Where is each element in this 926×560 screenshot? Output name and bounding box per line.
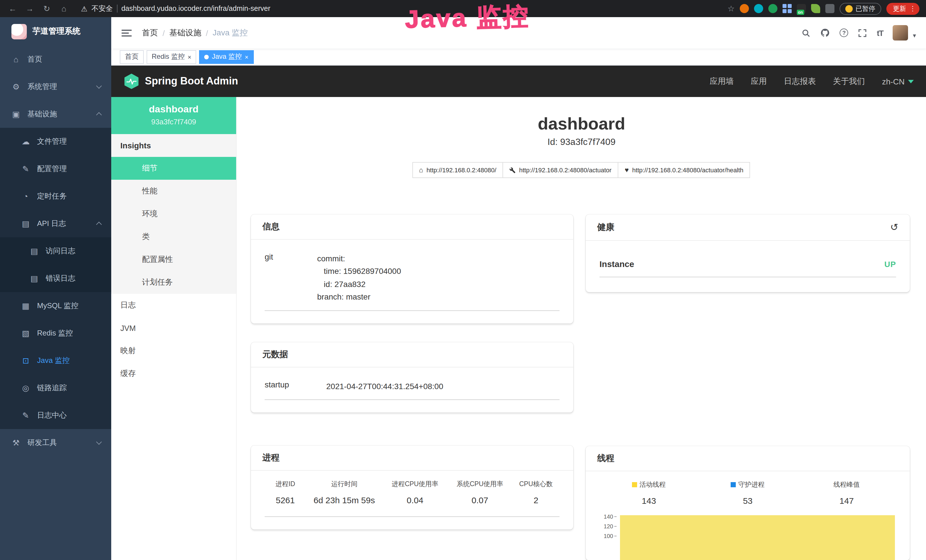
hamburger-icon[interactable]	[121, 29, 132, 36]
screen: ← → ↻ ⌂ ⚠ 不安全 dashboard.yudao.iocoder.cn…	[0, 0, 926, 560]
close-icon[interactable]: ×	[245, 53, 248, 60]
metadata-key: startup	[265, 380, 326, 392]
stat-uptime: 运行时间 6d 23h 15m 59s	[306, 480, 383, 505]
extension-icon-orange[interactable]	[740, 4, 749, 13]
sidebar-item-config[interactable]: ✎ 配置管理	[0, 155, 111, 183]
health-url: http://192.168.0.2:48080/actuator/health	[632, 166, 743, 173]
address-bar[interactable]: ⚠ 不安全 dashboard.yudao.iocoder.cn/infra/a…	[81, 4, 270, 14]
breadcrumb-current: Java 监控	[213, 28, 248, 38]
sba-item-details[interactable]: 细节	[111, 157, 236, 180]
sidebar-item-system[interactable]: ⚙ 系统管理	[0, 73, 111, 100]
sba-item-classes[interactable]: 类	[111, 226, 236, 248]
paused-label: 已暂停	[856, 4, 875, 13]
sidebar-item-label: 首页	[27, 54, 42, 65]
sba-root-items: 日志 JVM 映射 缓存	[111, 294, 236, 385]
actuator-url-button[interactable]: http://192.168.0.2:48080/actuator	[502, 162, 618, 178]
bookmark-star-icon[interactable]: ☆	[728, 4, 735, 13]
sidebar-item-api-log[interactable]: ▤ API 日志	[0, 210, 111, 238]
sba-nav-journal[interactable]: 日志报表	[784, 76, 816, 86]
sidebar: 芋道管理系统 ⌂ 首页 ⚙ 系统管理 ▣ 基础设施	[0, 17, 111, 560]
stat-cpu-cores: CPU核心数 2	[513, 480, 560, 505]
update-label: 更新	[893, 4, 906, 13]
sidebar-item-error-log[interactable]: ▤ 错误日志	[0, 265, 111, 292]
home-icon[interactable]: ⌂	[58, 4, 70, 13]
sidebar-item-infra[interactable]: ▣ 基础设施	[0, 100, 111, 128]
sidebar-item-java[interactable]: ⊡ Java 监控	[0, 347, 111, 374]
monitor-icon: ⊡	[21, 356, 30, 365]
history-icon[interactable]: ↺	[890, 221, 899, 233]
clock-icon: ◔	[21, 192, 30, 201]
legend-swatch-yellow	[632, 482, 637, 487]
sba-nav-wallboard[interactable]: 应用墙	[710, 76, 734, 86]
sba-item-metrics[interactable]: 性能	[111, 180, 236, 203]
tab-redis[interactable]: Redis 监控 ×	[147, 50, 197, 64]
url-text[interactable]: dashboard.yudao.iocoder.cn/infra/admin-s…	[121, 5, 270, 12]
sidebar-item-access-log[interactable]: ▤ 访问日志	[0, 238, 111, 265]
sidebar-item-home[interactable]: ⌂ 首页	[0, 45, 111, 73]
breadcrumb-home[interactable]: 首页	[142, 28, 158, 38]
browser-actions: ☆ on 已暂停 更新 ⋮	[728, 3, 920, 15]
sidebar-item-files[interactable]: ☁ 文件管理	[0, 128, 111, 155]
sidebar-item-log-center[interactable]: ✎ 日志中心	[0, 402, 111, 429]
status-badge: UP	[884, 259, 896, 268]
fullscreen-icon[interactable]	[858, 28, 867, 37]
sidebar-submenu-infra: ☁ 文件管理 ✎ 配置管理 ◔ 定时任务 ▤ API 日志	[0, 128, 111, 429]
home-icon: ⌂	[11, 55, 21, 64]
user-avatar[interactable]	[893, 25, 908, 41]
font-size-icon[interactable]: tT	[877, 28, 883, 37]
pencil-icon: ✎	[21, 411, 30, 420]
back-icon[interactable]: ←	[7, 4, 18, 13]
kebab-menu-icon: ⋮	[909, 5, 916, 12]
sba-item-mappings[interactable]: 映射	[111, 339, 236, 362]
sidebar-item-redis[interactable]: ▧ Redis 监控	[0, 319, 111, 347]
sba-item-jvm[interactable]: JVM	[111, 317, 236, 339]
paused-badge[interactable]: 已暂停	[840, 3, 881, 15]
sidebar-item-mysql[interactable]: ▦ MySQL 监控	[0, 292, 111, 319]
sidebar-item-trace[interactable]: ◎ 链路追踪	[0, 374, 111, 402]
forward-icon[interactable]: →	[24, 4, 35, 13]
tab-label: 首页	[125, 52, 139, 62]
health-card: 健康 ↺ Instance UP	[586, 215, 910, 292]
chevron-up-icon	[96, 112, 102, 118]
update-button[interactable]: 更新 ⋮	[886, 3, 920, 15]
health-url-button[interactable]: ♥ http://192.168.0.2:48080/actuator/heal…	[618, 162, 750, 178]
chevron-down-icon	[96, 83, 102, 89]
sidebar-item-devtools[interactable]: ⚒ 研发工具	[0, 429, 111, 456]
stat-pid: 进程ID 5261	[265, 480, 306, 505]
github-icon[interactable]	[820, 28, 830, 38]
legend-swatch-blue	[731, 482, 736, 487]
close-icon[interactable]: ×	[188, 53, 191, 60]
locale-selector[interactable]: zh-CN	[882, 77, 914, 86]
live-threads-area	[620, 515, 895, 560]
avatar-caret-icon[interactable]: ▾	[913, 32, 916, 41]
service-url-button[interactable]: ⌂ http://192.168.0.2:48080/	[412, 162, 503, 178]
sba-item-caches[interactable]: 缓存	[111, 362, 236, 385]
instance-header[interactable]: dashboard 93a3fc7f7409	[111, 97, 236, 134]
instance-id: 93a3fc7f7409	[116, 118, 232, 126]
sba-item-logs[interactable]: 日志	[111, 294, 236, 317]
sba-brand[interactable]: Spring Boot Admin	[124, 74, 238, 89]
extension-icon-green[interactable]	[768, 4, 778, 13]
card-title: 健康	[597, 222, 614, 233]
sba-item-scheduledtasks[interactable]: 计划任务	[111, 271, 236, 294]
extension-on-badge: on	[797, 10, 804, 15]
extension-icon-leaf[interactable]	[811, 4, 820, 13]
extension-icon-teal[interactable]	[754, 4, 763, 13]
y-axis-tick: 100	[599, 533, 617, 539]
breadcrumb-separator: /	[163, 28, 165, 37]
extensions-puzzle-icon[interactable]	[825, 4, 834, 13]
reload-icon[interactable]: ↻	[41, 4, 53, 13]
sba-item-configprops[interactable]: 配置属性	[111, 248, 236, 271]
sidebar-item-jobs[interactable]: ◔ 定时任务	[0, 183, 111, 210]
tab-java[interactable]: Java 监控 ×	[199, 50, 254, 64]
search-icon[interactable]	[802, 28, 811, 37]
help-icon[interactable]: ?	[840, 29, 849, 37]
tab-home[interactable]: 首页	[120, 50, 144, 64]
sba-item-environment[interactable]: 环境	[111, 203, 236, 226]
extension-icon-switch[interactable]: on	[797, 4, 806, 13]
extension-icon-grid[interactable]	[782, 4, 792, 13]
sba-nav-applications[interactable]: 应用	[751, 76, 767, 86]
sba-nav-about[interactable]: 关于我们	[833, 76, 865, 86]
breadcrumb-infra[interactable]: 基础设施	[169, 28, 201, 38]
legend-daemon: 守护进程 53	[698, 480, 797, 506]
